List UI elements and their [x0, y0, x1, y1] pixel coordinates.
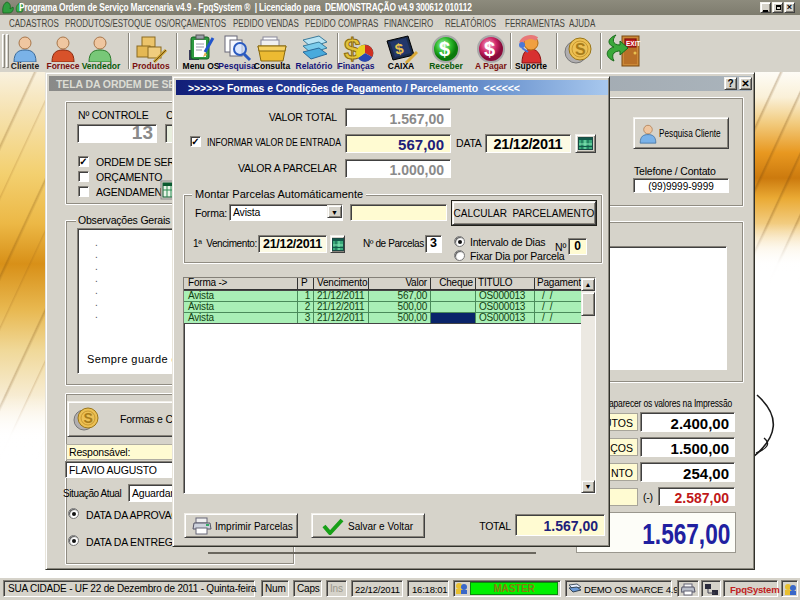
svg-text:$: $: [439, 38, 450, 60]
svg-text:S: S: [575, 41, 586, 58]
svg-text:EXIT: EXIT: [626, 40, 640, 47]
svg-text:S: S: [84, 410, 93, 426]
svg-text:$: $: [484, 38, 495, 60]
